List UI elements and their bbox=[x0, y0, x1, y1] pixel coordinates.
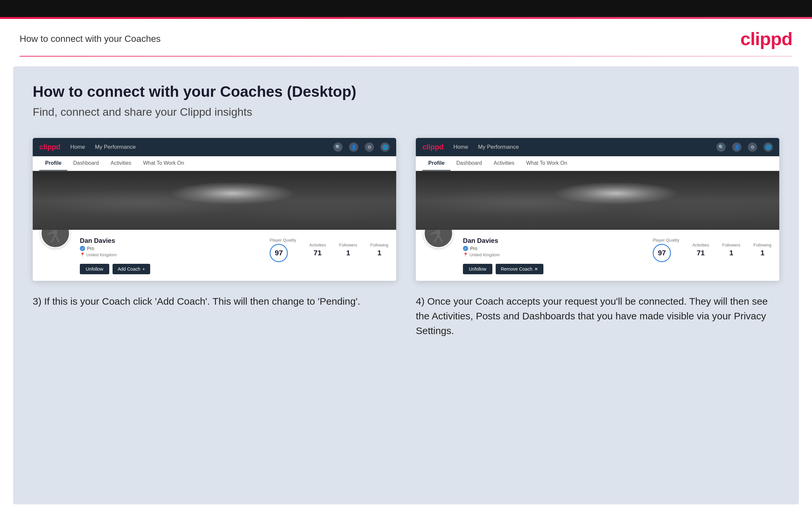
following-label: Following bbox=[370, 242, 388, 247]
left-column: clippd Home My Performance 🔍 👤 ⚙ 🌐 Profi… bbox=[33, 138, 396, 308]
right-stat-activities: Activities 71 bbox=[692, 242, 709, 257]
right-quality-value: 97 bbox=[653, 244, 671, 262]
left-profile-info: Dan Davies ✓ Pro 📍 United Kingdom Unfoll… bbox=[33, 230, 396, 281]
svg-line-8 bbox=[435, 235, 439, 242]
right-user-location: 📍 United Kingdom bbox=[463, 252, 643, 257]
right-location-icon: 📍 bbox=[463, 252, 468, 257]
verified-icon: ✓ bbox=[80, 246, 85, 251]
quality-label: Player Quality bbox=[269, 238, 296, 242]
right-verified-icon: ✓ bbox=[463, 246, 468, 251]
left-add-coach-button[interactable]: Add Coach + bbox=[112, 264, 150, 274]
right-banner bbox=[416, 171, 779, 230]
right-person-icon: 👤 bbox=[732, 143, 741, 152]
left-screenshot: clippd Home My Performance 🔍 👤 ⚙ 🌐 Profi… bbox=[33, 138, 396, 281]
left-user-info: Dan Davies ✓ Pro 📍 United Kingdom Unfoll… bbox=[80, 235, 260, 274]
followers-label: Followers bbox=[339, 242, 357, 247]
right-quality-label: Player Quality bbox=[653, 238, 679, 242]
logo: clippd bbox=[740, 28, 792, 49]
right-avatar-icon: 🌐 bbox=[764, 143, 773, 152]
right-tab-whattowork[interactable]: What To Work On bbox=[520, 156, 573, 171]
left-stat-activities: Activities 71 bbox=[309, 242, 326, 257]
main-subheading: Find, connect and share your Clippd insi… bbox=[33, 106, 779, 118]
main-content: How to connect with your Coaches (Deskto… bbox=[13, 66, 799, 504]
avatar-icon: 🌐 bbox=[380, 143, 390, 152]
right-following-value: 1 bbox=[753, 249, 771, 257]
right-profile-info: Dan Davies ✓ Pro 📍 United Kingdom Unfoll… bbox=[416, 230, 779, 281]
left-nav-logo: clippd bbox=[39, 143, 60, 151]
left-tab-profile[interactable]: Profile bbox=[39, 156, 67, 171]
right-tab-profile[interactable]: Profile bbox=[422, 156, 451, 171]
svg-line-2 bbox=[51, 235, 55, 242]
right-nav-logo: clippd bbox=[422, 143, 444, 151]
search-icon: 🔍 bbox=[334, 143, 343, 152]
svg-line-9 bbox=[439, 235, 442, 242]
left-tab-dashboard[interactable]: Dashboard bbox=[67, 156, 105, 171]
header-divider bbox=[20, 56, 792, 57]
close-icon: ✕ bbox=[534, 267, 538, 272]
right-settings-icon: ⚙ bbox=[748, 143, 757, 152]
right-action-buttons: Unfollow Remove Coach ✕ bbox=[463, 261, 643, 274]
right-search-icon: 🔍 bbox=[716, 143, 726, 152]
left-tabs: Profile Dashboard Activities What To Wor… bbox=[33, 156, 396, 171]
left-unfollow-button[interactable]: Unfollow bbox=[80, 264, 109, 274]
columns-container: clippd Home My Performance 🔍 👤 ⚙ 🌐 Profi… bbox=[33, 138, 779, 338]
right-user-pro: Pro bbox=[470, 246, 477, 251]
top-bar bbox=[0, 0, 812, 17]
right-column: clippd Home My Performance 🔍 👤 ⚙ 🌐 Profi… bbox=[416, 138, 779, 338]
right-tab-activities[interactable]: Activities bbox=[488, 156, 520, 171]
left-action-buttons: Unfollow Add Coach + bbox=[80, 261, 260, 274]
right-following-label: Following bbox=[753, 242, 771, 247]
right-stat-followers: Followers 1 bbox=[722, 242, 740, 257]
left-banner-image bbox=[33, 171, 396, 230]
right-stats: Player Quality 97 Activities 71 Follower… bbox=[653, 235, 771, 262]
right-followers-label: Followers bbox=[722, 242, 740, 247]
right-nav-icons: 🔍 👤 ⚙ 🌐 bbox=[716, 143, 773, 152]
right-activities-value: 71 bbox=[692, 249, 709, 257]
left-stats: Player Quality 97 Activities 71 Follower… bbox=[269, 235, 388, 262]
right-user-badge: ✓ Pro bbox=[463, 246, 643, 251]
activities-label: Activities bbox=[309, 242, 326, 247]
left-banner bbox=[33, 171, 396, 230]
right-screenshot: clippd Home My Performance 🔍 👤 ⚙ 🌐 Profi… bbox=[416, 138, 779, 281]
right-banner-image bbox=[416, 171, 779, 230]
location-icon: 📍 bbox=[80, 252, 85, 257]
right-followers-value: 1 bbox=[722, 249, 740, 257]
right-user-name: Dan Davies bbox=[463, 237, 643, 244]
left-nav-home: Home bbox=[70, 144, 85, 150]
right-description: 4) Once your Coach accepts your request … bbox=[416, 294, 779, 338]
header: How to connect with your Coaches clippd bbox=[0, 19, 812, 56]
person-icon: 👤 bbox=[349, 143, 358, 152]
right-navbar: clippd Home My Performance 🔍 👤 ⚙ 🌐 bbox=[416, 138, 779, 156]
left-tab-whattowork[interactable]: What To Work On bbox=[137, 156, 190, 171]
followers-value: 1 bbox=[339, 249, 357, 257]
page-title: How to connect with your Coaches bbox=[20, 34, 161, 44]
right-tab-dashboard[interactable]: Dashboard bbox=[451, 156, 488, 171]
right-stat-quality: Player Quality 97 bbox=[653, 238, 679, 262]
right-nav-performance: My Performance bbox=[478, 144, 519, 150]
right-tabs: Profile Dashboard Activities What To Wor… bbox=[416, 156, 779, 171]
left-tab-activities[interactable]: Activities bbox=[105, 156, 137, 171]
left-stat-followers: Followers 1 bbox=[339, 242, 357, 257]
plus-icon: + bbox=[142, 267, 145, 272]
right-activities-label: Activities bbox=[692, 242, 709, 247]
main-heading: How to connect with your Coaches (Deskto… bbox=[33, 83, 779, 100]
right-user-info: Dan Davies ✓ Pro 📍 United Kingdom Unfoll… bbox=[463, 235, 643, 274]
activities-value: 71 bbox=[309, 249, 326, 257]
right-nav-home: Home bbox=[453, 144, 468, 150]
settings-icon: ⚙ bbox=[365, 143, 374, 152]
left-user-badge: ✓ Pro bbox=[80, 246, 260, 251]
left-nav-icons: 🔍 👤 ⚙ 🌐 bbox=[334, 143, 390, 152]
following-value: 1 bbox=[370, 249, 388, 257]
svg-line-3 bbox=[55, 235, 59, 242]
left-stat-following: Following 1 bbox=[370, 242, 388, 257]
left-user-pro: Pro bbox=[87, 246, 94, 251]
left-nav-performance: My Performance bbox=[95, 144, 136, 150]
right-unfollow-button[interactable]: Unfollow bbox=[463, 264, 492, 274]
left-description: 3) If this is your Coach click 'Add Coac… bbox=[33, 294, 396, 308]
left-user-location: 📍 United Kingdom bbox=[80, 252, 260, 257]
quality-value: 97 bbox=[269, 244, 288, 262]
right-stat-following: Following 1 bbox=[753, 242, 771, 257]
right-remove-coach-button[interactable]: Remove Coach ✕ bbox=[496, 264, 544, 274]
left-navbar: clippd Home My Performance 🔍 👤 ⚙ 🌐 bbox=[33, 138, 396, 156]
left-stat-quality: Player Quality 97 bbox=[269, 238, 296, 262]
